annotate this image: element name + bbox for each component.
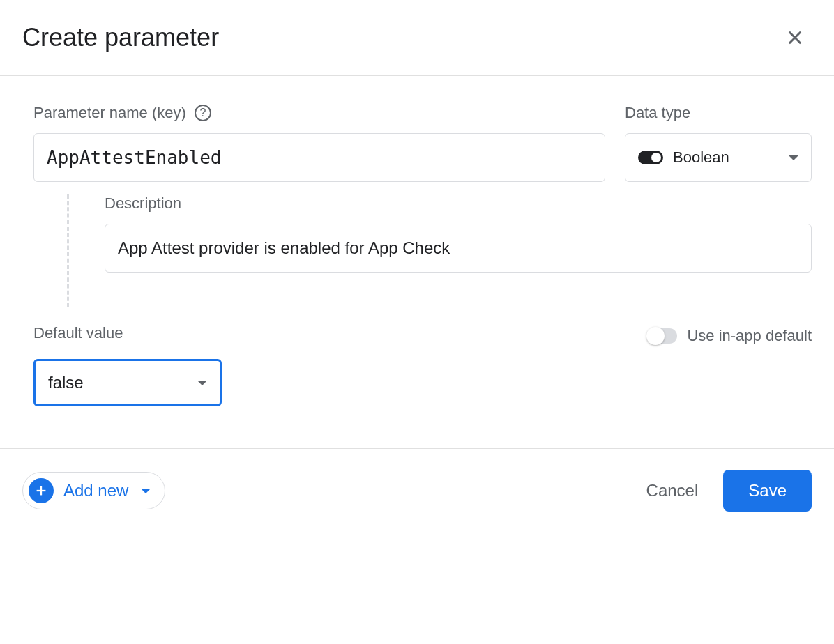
dialog-body: Parameter name (key) ? Data type Boolean… bbox=[0, 76, 834, 448]
description-label: Description bbox=[105, 194, 812, 213]
description-input[interactable] bbox=[105, 224, 812, 273]
chevron-down-icon bbox=[141, 489, 151, 493]
dialog-footer: Add new Cancel Save bbox=[0, 448, 834, 532]
default-value-select[interactable]: false bbox=[33, 359, 222, 406]
top-row: Parameter name (key) ? Data type Boolean bbox=[33, 104, 812, 182]
footer-right: Cancel Save bbox=[646, 470, 812, 512]
in-app-default-switch[interactable] bbox=[648, 328, 677, 344]
default-value-label: Default value bbox=[33, 324, 222, 342]
boolean-toggle-icon bbox=[638, 151, 663, 164]
parameter-name-label-row: Parameter name (key) ? bbox=[33, 104, 605, 122]
save-button[interactable]: Save bbox=[723, 470, 812, 512]
in-app-default-label: Use in-app default bbox=[687, 327, 812, 345]
add-new-button[interactable]: Add new bbox=[22, 472, 165, 509]
chevron-down-icon bbox=[197, 381, 207, 385]
cancel-button[interactable]: Cancel bbox=[646, 481, 699, 500]
parameter-name-group: Parameter name (key) ? bbox=[33, 104, 605, 182]
dialog-header: Create parameter bbox=[0, 0, 834, 76]
default-value-left: Default value false bbox=[33, 324, 222, 406]
close-button[interactable] bbox=[778, 21, 812, 54]
data-type-group: Data type Boolean bbox=[625, 104, 812, 182]
data-type-value: Boolean bbox=[673, 148, 779, 167]
data-type-label-row: Data type bbox=[625, 104, 812, 122]
parameter-name-input[interactable] bbox=[33, 133, 605, 182]
description-section: Description bbox=[67, 194, 812, 307]
vertical-divider bbox=[67, 194, 69, 307]
default-value-section: Default value false Use in-app default bbox=[33, 324, 812, 406]
close-icon bbox=[785, 28, 805, 47]
help-icon[interactable]: ? bbox=[195, 105, 211, 121]
add-new-label: Add new bbox=[63, 481, 128, 500]
chevron-down-icon bbox=[789, 155, 798, 160]
parameter-name-label: Parameter name (key) bbox=[33, 104, 186, 122]
default-value-selected: false bbox=[48, 373, 84, 392]
plus-circle-icon bbox=[29, 478, 54, 503]
data-type-label: Data type bbox=[625, 104, 690, 122]
dialog-title: Create parameter bbox=[22, 23, 219, 52]
data-type-select[interactable]: Boolean bbox=[625, 133, 812, 182]
in-app-default-row: Use in-app default bbox=[648, 327, 812, 345]
